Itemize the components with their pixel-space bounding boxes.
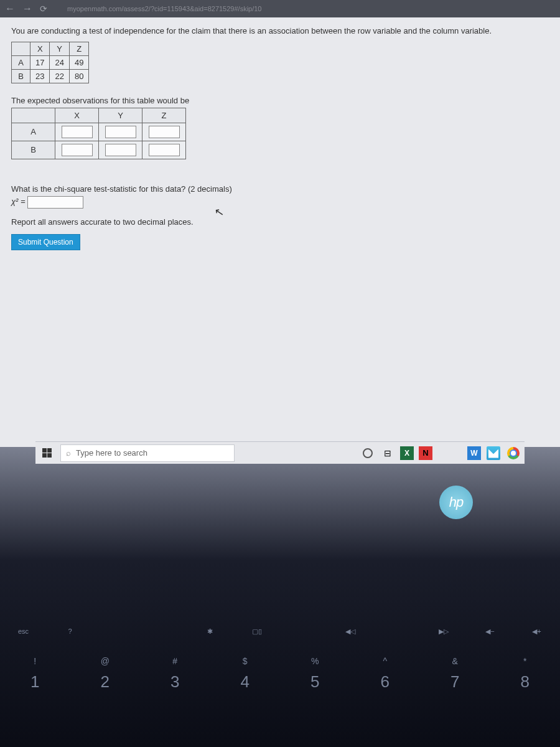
chrome-icon[interactable] xyxy=(506,446,521,461)
chi-square-input[interactable] xyxy=(27,196,83,209)
col-header: Y xyxy=(99,108,142,123)
cell: 80 xyxy=(69,69,88,83)
keyboard-fn-row: esc ? ✱ ▢▯ ◀◁ ▶▷ ◀− ◀+ xyxy=(0,627,560,636)
hp-logo: hp xyxy=(439,486,473,519)
reload-icon[interactable]: ⟳ xyxy=(40,4,47,14)
taskbar-search[interactable]: ⌕ Type here to search xyxy=(60,444,235,462)
col-header: Z xyxy=(142,108,186,123)
expected-input-b-z[interactable] xyxy=(149,144,180,156)
row-header: A xyxy=(12,123,55,141)
cortana-icon[interactable] xyxy=(360,446,375,461)
observed-table: X Y Z A 17 24 49 B 23 22 80 xyxy=(11,42,89,83)
table-row: A 17 24 49 xyxy=(12,55,89,69)
keyboard-symbol-row: ! @ # $ % ^ & * xyxy=(0,656,560,666)
mail-icon[interactable] xyxy=(486,446,501,461)
col-header: Y xyxy=(50,42,69,55)
excel-icon[interactable]: X xyxy=(400,446,414,460)
expected-input-a-x[interactable] xyxy=(62,126,93,138)
expected-table: X Y Z A B xyxy=(11,108,186,159)
table-row: B 23 22 80 xyxy=(12,69,89,83)
row-header: A xyxy=(12,55,30,69)
cell: 24 xyxy=(50,55,69,69)
table-row: A xyxy=(12,123,186,141)
col-header: X xyxy=(30,42,50,55)
expected-input-b-y[interactable] xyxy=(105,144,136,156)
page-content: You are conducting a test of independenc… xyxy=(0,17,560,447)
intro-text: You are conducting a test of independenc… xyxy=(11,26,549,37)
cell: 22 xyxy=(50,69,69,83)
expected-input-a-z[interactable] xyxy=(149,126,180,138)
chi-symbol: χ² = xyxy=(11,197,27,206)
word-icon[interactable]: W xyxy=(467,446,481,460)
col-header: X xyxy=(55,108,99,123)
browser-toolbar: ← → ⟳ myopenmath.com/assess2/?cid=115943… xyxy=(0,0,560,17)
expected-label: The expected observations for this table… xyxy=(11,96,549,105)
row-header: B xyxy=(12,141,55,159)
expected-input-b-x[interactable] xyxy=(62,144,93,156)
cell: 17 xyxy=(30,55,50,69)
netflix-icon[interactable]: N xyxy=(419,446,432,460)
cell: 49 xyxy=(69,55,88,69)
table-row: B xyxy=(12,141,186,159)
cell: 23 xyxy=(30,69,50,83)
accuracy-note: Report all answers accurate to two decim… xyxy=(11,217,549,227)
table-corner xyxy=(12,42,30,55)
row-header: B xyxy=(12,69,30,83)
url-bar[interactable]: myopenmath.com/assess2/?cid=115943&aid=8… xyxy=(55,5,555,12)
forward-icon[interactable]: → xyxy=(22,3,32,14)
chi-question: What is the chi-square test-statistic fo… xyxy=(11,184,549,194)
task-view-icon[interactable]: ⊟ xyxy=(380,446,395,461)
back-icon[interactable]: ← xyxy=(5,3,15,14)
taskbar: ⌕ Type here to search ⊟ X N W xyxy=(35,441,525,464)
submit-button[interactable]: Submit Question xyxy=(11,234,80,250)
search-icon: ⌕ xyxy=(66,448,71,458)
expected-input-a-y[interactable] xyxy=(105,126,136,138)
start-button[interactable] xyxy=(39,445,55,461)
table-corner xyxy=(12,108,55,123)
keyboard-number-row: 1 2 3 4 5 6 7 8 xyxy=(0,672,560,692)
search-placeholder: Type here to search xyxy=(76,448,147,458)
col-header: Z xyxy=(69,42,88,55)
